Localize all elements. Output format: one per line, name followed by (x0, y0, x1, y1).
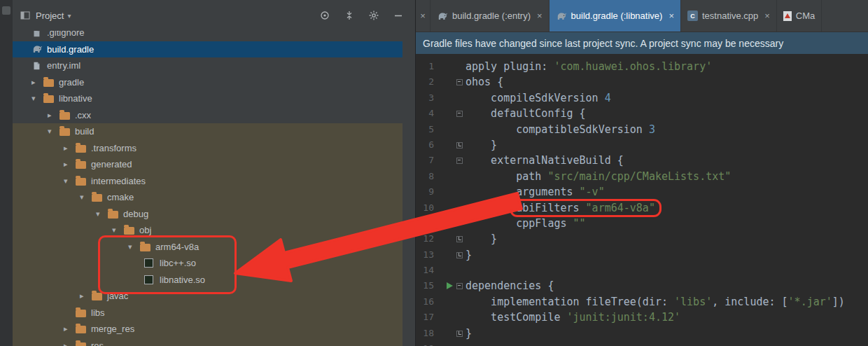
run-line-icon[interactable] (447, 282, 453, 289)
editor-tab-cma[interactable]: CMa (777, 0, 822, 32)
chevron-collapsed-icon[interactable]: ▸ (80, 292, 92, 300)
locate-icon[interactable] (319, 10, 330, 21)
editor-tab-build-gradle-libnative[interactable]: build.gradle (:libnative)× (550, 0, 681, 32)
tree-row-arm64-v8a[interactable]: ▾arm64-v8a (13, 239, 402, 256)
chevron-expanded-icon[interactable]: ▾ (112, 226, 124, 234)
folder-icon (92, 193, 107, 202)
tree-row-javac[interactable]: ▸javac (13, 288, 402, 305)
chevron-expanded-icon[interactable]: ▾ (31, 95, 43, 102)
chevron-expanded-icon[interactable]: ▾ (80, 193, 92, 201)
code-token: testCompile (465, 311, 567, 324)
chevron-collapsed-icon[interactable]: ▸ (31, 78, 43, 86)
tab-close-icon[interactable]: × (668, 11, 674, 21)
code-token: } (465, 233, 497, 245)
fold-marker-icon[interactable] (456, 283, 463, 289)
collapse-all-icon[interactable] (344, 10, 355, 21)
code-token: 'libs' (674, 296, 712, 308)
tree-row-build-gradle[interactable]: build.gradle (13, 41, 402, 58)
project-panel-header: Project ▾ (13, 0, 415, 31)
code-token: "" (573, 217, 586, 230)
tree-row-build[interactable]: ▾build (13, 123, 402, 140)
chevron-expanded-icon[interactable]: ▾ (128, 243, 140, 251)
code-line[interactable]: 8 path "src/main/cpp/CMakeLists.txt" (416, 169, 868, 184)
code-line[interactable]: 4 defaultConfig { (416, 106, 868, 121)
code-line[interactable]: 9 arguments "-v" (416, 184, 868, 200)
tree-row-cmake[interactable]: ▾cmake (13, 189, 402, 206)
code-line[interactable]: 17 testCompile 'junit:junit:4.12' (416, 310, 868, 325)
fold-marker-icon[interactable] (456, 79, 463, 85)
chevron-collapsed-icon[interactable]: ▸ (64, 144, 76, 152)
code-line[interactable]: 3 compileSdkVersion 4 (416, 90, 868, 106)
gradle-sync-banner: Gradle files have changed since last pro… (416, 32, 868, 54)
tree-row-cxx[interactable]: ▸.cxx (13, 107, 402, 124)
tab-close-icon[interactable]: × (416, 0, 430, 32)
code-line[interactable]: 10 abiFilters "arm64-v8a" (416, 200, 868, 216)
settings-icon[interactable] (368, 10, 379, 21)
code-token: cppFlags (465, 217, 573, 230)
tree-row-libnative-so[interactable]: libnative.so (13, 272, 402, 289)
chevron-expanded-icon[interactable]: ▾ (48, 127, 59, 135)
tree-row-libc-so[interactable]: libc++.so (13, 255, 402, 272)
fold-marker-icon[interactable] (456, 142, 463, 148)
tree-row-transforms[interactable]: ▸.transforms (13, 140, 402, 157)
code-line[interactable]: 12 } (416, 231, 868, 247)
chevron-collapsed-icon[interactable]: ▸ (64, 160, 76, 168)
code-token: apply plugin: (465, 60, 554, 73)
chevron-expanded-icon[interactable]: ▾ (96, 210, 108, 218)
fold-marker-icon[interactable] (456, 158, 463, 164)
code-text: arguments "-v" (465, 184, 605, 200)
fold-marker-icon[interactable] (456, 236, 463, 242)
tool-window-stripe-icon[interactable] (2, 6, 10, 15)
editor-tab-build-gradle-entry[interactable]: build.gradle (:entry)× (430, 0, 550, 32)
tab-label: CMa (796, 11, 815, 21)
code-line[interactable]: 13} (416, 247, 868, 263)
tab-close-icon[interactable]: × (537, 11, 542, 21)
code-token: 'com.huawei.ohos.library' (554, 60, 712, 73)
code-text: cppFlags "" (465, 216, 586, 231)
tree-row-libs[interactable]: libs (13, 305, 402, 321)
code-token: "-v" (580, 186, 605, 198)
project-view-selector[interactable]: Project (36, 11, 64, 21)
code-line[interactable]: 16 implementation fileTree(dir: 'libs', … (416, 294, 868, 310)
tree-item-label: obj (139, 225, 151, 235)
tab-close-icon[interactable]: × (764, 11, 770, 21)
code-line[interactable]: 1apply plugin: 'com.huawei.ohos.library' (416, 59, 868, 74)
project-tree: .gitignorebuild.gradleentry.iml▸gradle▾l… (13, 25, 415, 346)
code-line[interactable]: 19 (416, 341, 868, 346)
chevron-collapsed-icon[interactable]: ▸ (64, 342, 76, 346)
code-line[interactable]: 18} (416, 326, 868, 341)
code-line[interactable]: 11 cppFlags "" (416, 216, 868, 231)
tree-row-libnative[interactable]: ▾libnative (13, 90, 402, 107)
hide-icon[interactable] (393, 10, 404, 21)
tree-row-entry-iml[interactable]: entry.iml (13, 57, 402, 74)
tree-row-gradle[interactable]: ▸gradle (13, 74, 402, 91)
code-line[interactable]: 14 (416, 263, 868, 278)
project-tool-window: Project ▾ .gitignorebuild.gradleentry.im… (13, 0, 415, 346)
tree-row-obj[interactable]: ▾obj (13, 222, 402, 239)
fold-marker-icon[interactable] (456, 331, 463, 337)
chevron-expanded-icon[interactable]: ▾ (64, 177, 76, 185)
tree-row-intermediates[interactable]: ▾intermediates (13, 173, 402, 190)
tree-row-generated[interactable]: ▸generated (13, 156, 402, 173)
code-line[interactable]: 6 } (416, 137, 868, 153)
code-line[interactable]: 2ohos { (416, 74, 868, 90)
tree-item-label: libs (91, 307, 105, 318)
tree-row-debug[interactable]: ▾debug (13, 206, 402, 223)
code-editor[interactable]: 1apply plugin: 'com.huawei.ohos.library'… (416, 54, 868, 346)
fold-marker-icon[interactable] (456, 252, 463, 258)
chevron-down-icon[interactable]: ▾ (67, 12, 71, 20)
so-file-icon (144, 275, 160, 284)
code-line[interactable]: 7 externalNativeBuild { (416, 153, 868, 168)
editor-tab-testnative-cpp[interactable]: Ctestnative.cpp× (681, 0, 777, 32)
panel-splitter[interactable] (415, 0, 416, 346)
tree-row-res[interactable]: ▸res (13, 338, 402, 346)
tree-item-label: libc++.so (160, 258, 196, 268)
tab-label: testnative.cpp (702, 11, 758, 21)
code-line[interactable]: 15dependencies { (416, 278, 868, 293)
line-number: 14 (416, 263, 434, 278)
code-line[interactable]: 5 compatibleSdkVersion 3 (416, 122, 868, 137)
chevron-collapsed-icon[interactable]: ▸ (64, 325, 76, 333)
fold-marker-icon[interactable] (456, 111, 463, 117)
tree-row-merge-res[interactable]: ▸merge_res (13, 321, 402, 338)
chevron-collapsed-icon[interactable]: ▸ (48, 111, 59, 119)
